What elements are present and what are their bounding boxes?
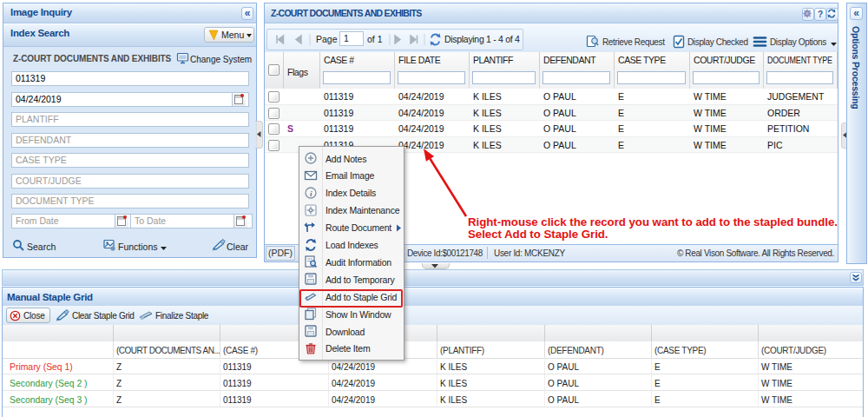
svg-text:Menu: Menu <box>221 30 244 40</box>
svg-text:i: i <box>310 189 312 197</box>
